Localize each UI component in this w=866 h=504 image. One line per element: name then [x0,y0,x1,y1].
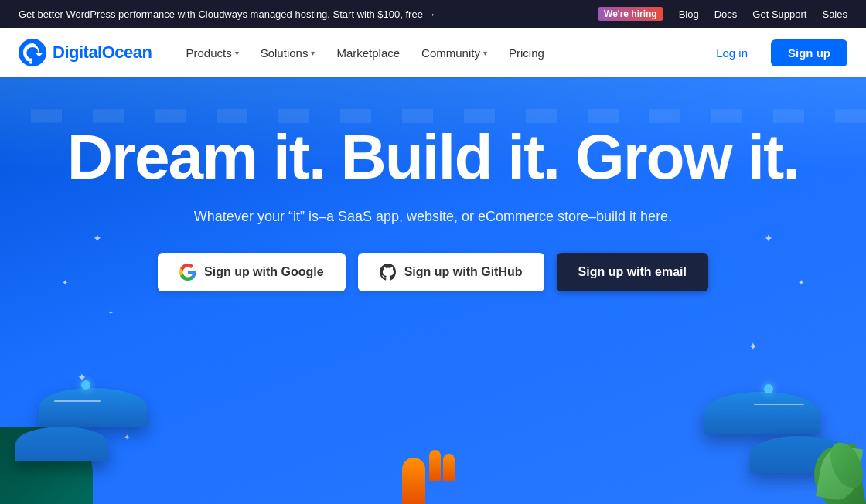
nav-solutions[interactable]: Solutions ▾ [251,40,325,66]
navbar: DigitalOcean Products ▾ Solutions ▾ Mark… [0,28,866,77]
signup-button[interactable]: Sign up [771,39,847,66]
svg-rect-1 [29,59,32,62]
hand-decoration [402,458,425,504]
svg-rect-2 [26,59,29,61]
promo-text[interactable]: Get better WordPress performance with Cl… [19,9,598,20]
logo-icon [19,39,46,66]
hero-content: Dream it. Build it. Grow it. Whatever yo… [52,124,814,291]
blog-link[interactable]: Blog [679,9,699,20]
sparkle-8: ✦ [748,340,758,352]
logo-text: DigitalOcean [53,43,152,63]
docs-link[interactable]: Docs [714,9,738,20]
svg-point-0 [19,39,46,66]
platform-glow-right [764,384,773,393]
sparkle-5: ✦ [124,433,130,441]
signup-email-button[interactable]: Sign up with email [557,253,708,291]
promo-link[interactable]: Get better WordPress performance with Cl… [19,9,436,20]
signup-google-button[interactable]: Sign up with Google [158,253,346,291]
pricing-label: Pricing [509,46,544,60]
nav-products[interactable]: Products ▾ [176,40,247,66]
nav-marketplace[interactable]: Marketplace [327,40,409,66]
platform-left-2 [15,427,108,461]
sparkle-3: ✦ [108,309,114,316]
products-chevron: ▾ [235,49,239,57]
cta-buttons: Sign up with Google Sign up with GitHub … [67,253,799,291]
hero-section: ✦ ✦ ✦ ✦ ✦ ✦ ✦ ✦ ✦ ✦ Dream it. Build it. … [0,77,866,504]
platform-left-1 [39,388,147,427]
platform-glow-left [81,380,90,390]
signup-email-label: Sign up with email [578,265,687,279]
sales-link[interactable]: Sales [822,9,847,20]
signup-github-button[interactable]: Sign up with GitHub [358,253,544,291]
platform-line-left [54,400,101,402]
login-button[interactable]: Log in [702,40,762,66]
github-icon [380,264,397,281]
nav-links: Products ▾ Solutions ▾ Marketplace Commu… [176,40,702,66]
nav-actions: Log in Sign up [702,39,847,66]
community-chevron: ▾ [483,49,487,57]
top-links: We're hiring Blog Docs Get Support Sales [598,7,847,21]
hero-title: Dream it. Build it. Grow it. [67,124,799,190]
nav-pricing[interactable]: Pricing [499,40,554,66]
google-icon [179,264,196,281]
nav-community[interactable]: Community ▾ [412,40,496,66]
hero-subtitle: Whatever your “it” is–a SaaS app, websit… [67,209,799,225]
support-link[interactable]: Get Support [752,9,806,20]
plant-decoration [796,404,866,504]
community-label: Community [421,46,480,60]
products-label: Products [186,46,231,60]
solutions-chevron: ▾ [311,49,315,57]
signup-google-label: Sign up with Google [204,265,324,279]
signup-github-label: Sign up with GitHub [404,265,523,279]
logo[interactable]: DigitalOcean [19,39,152,66]
solutions-label: Solutions [261,46,309,60]
hiring-badge[interactable]: We're hiring [598,7,663,21]
svg-rect-3 [29,61,32,63]
announcement-bar: Get better WordPress performance with Cl… [0,0,866,28]
marketplace-label: Marketplace [336,46,400,60]
